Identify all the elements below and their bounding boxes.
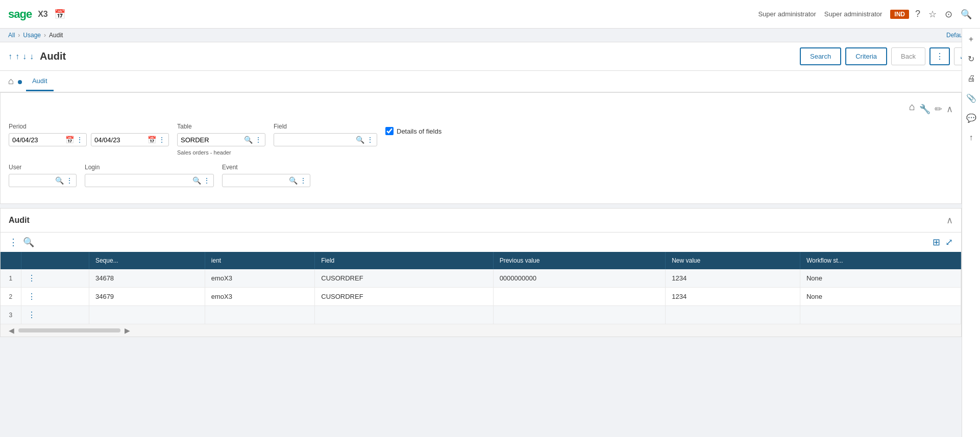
refresh-icon[interactable]: ↻ <box>966 52 976 66</box>
compass-icon[interactable]: ⊙ <box>945 9 952 20</box>
calendar-from-icon[interactable]: 📅 <box>65 136 74 144</box>
event-search-icon[interactable]: 🔍 <box>289 176 298 185</box>
cell-menu: ⋮ <box>21 306 89 324</box>
cell-num: 3 <box>1 306 21 324</box>
details-label[interactable]: Details of fields <box>397 127 442 135</box>
ind-badge: IND <box>890 10 909 19</box>
table-label: Table <box>177 123 265 130</box>
sage-logo: sage <box>8 8 32 21</box>
page-title: Audit <box>40 50 794 62</box>
bookmark-icon[interactable]: ☆ <box>928 9 937 20</box>
period-from-input[interactable]: 04/04/23 <box>12 136 63 144</box>
period-to-input[interactable]: 04/04/23 <box>94 136 145 144</box>
nav-up-icon[interactable]: ↑ <box>8 52 12 61</box>
data-table: Seque... ient Field Previous value New v… <box>1 252 961 324</box>
main-content: ⌂ Audit ⌂ 🔧 ✏ ∧ Period 04/04/23 📅 <box>0 71 962 337</box>
login-group: Login 🔍 ⋮ <box>85 164 214 187</box>
cell-field <box>315 306 493 324</box>
table-search-icon[interactable]: 🔍 <box>244 136 253 144</box>
nav-down-icon[interactable]: ↓ <box>22 52 27 61</box>
field-search-icon[interactable]: 🔍 <box>356 136 364 144</box>
col-event: ient <box>205 252 314 269</box>
cell-new-value <box>666 306 800 324</box>
cell-new-value: 1234 <box>666 269 800 288</box>
row-number: 2 <box>9 293 12 300</box>
collapse-icon[interactable]: ∧ <box>946 104 953 115</box>
calendar-to-icon[interactable]: 📅 <box>148 136 156 144</box>
scroll-right-icon[interactable]: ▶ <box>125 326 130 335</box>
scroll-left-icon[interactable]: ◀ <box>9 326 14 335</box>
user-input[interactable] <box>12 177 53 185</box>
print-icon[interactable]: 🖨 <box>965 72 977 85</box>
filter-home-icon[interactable]: ⌂ <box>909 101 915 113</box>
cell-num: 2 <box>1 288 21 306</box>
row-menu-icon[interactable]: ⋮ <box>28 274 36 282</box>
user-more-icon[interactable]: ⋮ <box>66 176 73 185</box>
sidebar-item-audit[interactable]: Audit <box>26 72 54 91</box>
event-input[interactable] <box>226 177 287 185</box>
filter-panel-header: ⌂ 🔧 ✏ ∧ <box>9 101 953 117</box>
back-button[interactable]: Back <box>891 47 925 65</box>
field-input-wrapper: 🔍 ⋮ <box>274 133 377 146</box>
help-icon[interactable]: ? <box>915 9 920 19</box>
user2-label: Super administrator <box>824 10 882 18</box>
table-input[interactable]: SORDER <box>181 136 242 144</box>
more-options-button[interactable]: ⋮ <box>929 47 950 65</box>
cell-sequence <box>89 306 205 324</box>
login-search-icon[interactable]: 🔍 <box>192 176 201 185</box>
audit-section: Audit ∧ ⋮ 🔍 ⊞ ⤢ Seque... ient <box>0 208 962 337</box>
cell-event: emoX3 <box>205 269 314 288</box>
cell-field: CUSORDREF <box>315 288 493 306</box>
row-menu-icon[interactable]: ⋮ <box>28 292 36 301</box>
chat-icon[interactable]: 💬 <box>964 111 978 125</box>
cell-event: emoX3 <box>205 288 314 306</box>
table-search-tool-icon[interactable]: 🔍 <box>23 237 34 248</box>
period-from-wrapper: 04/04/23 📅 ⋮ <box>9 133 87 146</box>
details-checkbox[interactable] <box>385 127 394 135</box>
layers-icon[interactable]: ⊞ <box>933 237 940 248</box>
event-more-icon[interactable]: ⋮ <box>300 176 307 185</box>
calendar-icon[interactable]: 📅 <box>54 9 65 20</box>
cell-new-value: 1234 <box>666 288 800 306</box>
section-collapse-icon[interactable]: ∧ <box>946 215 953 226</box>
cell-workflow <box>800 306 961 324</box>
field-label: Field <box>274 123 377 130</box>
expand-icon[interactable]: ⤢ <box>945 237 953 248</box>
share-icon[interactable]: ↑ <box>967 131 975 144</box>
field-more-icon[interactable]: ⋮ <box>366 136 374 144</box>
period-from-more-icon[interactable]: ⋮ <box>76 136 83 144</box>
col-menu <box>21 252 89 269</box>
login-more-icon[interactable]: ⋮ <box>203 176 210 185</box>
wrench-icon[interactable]: 🔧 <box>919 104 930 115</box>
breadcrumb: All › Usage › Audit Default ▾ <box>0 29 980 42</box>
cell-workflow: None <box>800 269 961 288</box>
table-scroll-container[interactable]: Seque... ient Field Previous value New v… <box>1 252 961 324</box>
breadcrumb-all[interactable]: All <box>8 32 15 39</box>
table-input-wrapper: SORDER 🔍 ⋮ <box>177 133 265 146</box>
breadcrumb-usage[interactable]: Usage <box>23 32 41 39</box>
search-icon[interactable]: 🔍 <box>961 9 972 20</box>
panel-icons: 🔧 ✏ ∧ <box>919 104 953 115</box>
user-input-wrapper: 🔍 ⋮ <box>9 174 77 187</box>
details-wrapper: Details of fields <box>385 127 442 135</box>
nav-up2-icon[interactable]: ↑ <box>15 52 19 61</box>
scroll-bar[interactable] <box>18 328 120 332</box>
row-number: 3 <box>9 312 12 319</box>
nav-download-icon[interactable]: ↓ <box>30 52 34 61</box>
clip-icon[interactable]: 📎 <box>964 91 978 105</box>
add-row-icon[interactable]: + <box>967 33 975 46</box>
table-more-icon[interactable]: ⋮ <box>255 136 262 144</box>
login-input[interactable] <box>88 177 190 185</box>
row-menu-icon[interactable]: ⋮ <box>28 311 36 319</box>
field-input[interactable] <box>277 136 354 144</box>
home-icon[interactable]: ⌂ <box>8 76 14 87</box>
col-sequence: Seque... <box>89 252 205 269</box>
cell-sequence: 34678 <box>89 269 205 288</box>
table-menu-icon[interactable]: ⋮ <box>9 237 18 248</box>
user-search-icon[interactable]: 🔍 <box>55 176 64 185</box>
pencil-icon[interactable]: ✏ <box>935 104 942 115</box>
period-to-more-icon[interactable]: ⋮ <box>158 136 165 144</box>
criteria-button[interactable]: Criteria <box>845 47 887 65</box>
col-field: Field <box>315 252 493 269</box>
search-button[interactable]: Search <box>800 47 841 65</box>
